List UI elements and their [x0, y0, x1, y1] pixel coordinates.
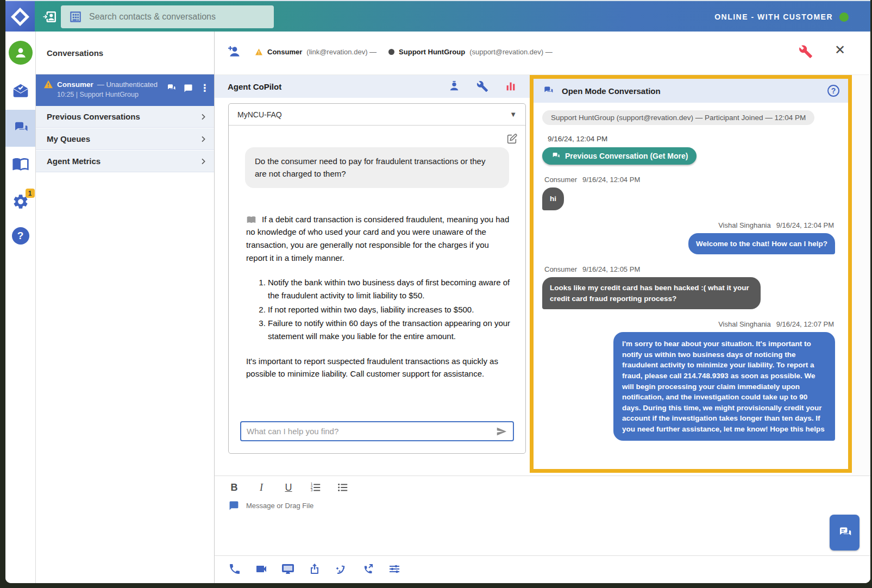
- video-icon[interactable]: [255, 562, 268, 576]
- nav-label: Previous Conversations: [47, 112, 140, 121]
- participant-consumer[interactable]: Consumer: [267, 48, 302, 56]
- chats-icon: [12, 120, 29, 136]
- sidebar-item-inbox[interactable]: [5, 83, 35, 100]
- status-label: ONLINE - WITH CUSTOMER: [714, 12, 833, 21]
- call-toolbar: [215, 555, 870, 583]
- nav-previous-conversations[interactable]: Previous Conversations: [36, 106, 214, 128]
- copilot-input[interactable]: [247, 427, 495, 436]
- participant-consumer-detail: (link@revation.dev) —: [306, 48, 377, 56]
- main-area: Consumer (link@revation.dev) — Support H…: [215, 32, 870, 583]
- dialpad-icon: [68, 10, 83, 24]
- underline-button[interactable]: U: [283, 482, 294, 493]
- knowledge-base-dropdown[interactable]: MyNCU-FAQ ▼: [229, 104, 525, 126]
- close-icon[interactable]: ✕: [835, 42, 845, 58]
- copilot-send-icon[interactable]: [495, 426, 507, 437]
- participant-support[interactable]: Support HuntGroup: [399, 48, 465, 56]
- message-input[interactable]: Message or Drag File: [228, 501, 313, 511]
- chat-bubble-icon: [228, 501, 240, 511]
- numbered-list-icon[interactable]: 1 2 3: [310, 481, 322, 493]
- phone-icon[interactable]: [228, 562, 241, 576]
- message-bubble-outbound: I'm sorry to hear about your situation. …: [613, 332, 835, 441]
- chevron-right-icon: [199, 112, 208, 121]
- conversation-auth-status: — Unauthenticated: [97, 80, 158, 89]
- dropdown-value: MyNCU-FAQ: [237, 110, 282, 119]
- search-input[interactable]: [89, 12, 266, 22]
- participant-joined-banner: Support HuntGroup (support@revation.dev)…: [542, 110, 814, 125]
- message-time: 9/16/24, 12:04 PM: [776, 221, 834, 229]
- conversation-name: Consumer: [57, 80, 93, 89]
- chevron-right-icon: [199, 135, 208, 143]
- copilot-search-box: [240, 421, 514, 441]
- message-bubble-outbound: Welcome to the chat! How can I help?: [688, 233, 835, 255]
- help-outline-icon[interactable]: ?: [827, 85, 839, 97]
- gear-icon: 1: [12, 193, 29, 210]
- open-mode-header: Open Mode Conversation ?: [534, 79, 848, 103]
- diamond-logo-icon: [11, 8, 29, 26]
- answer-list-item: If not reported within two days, liabili…: [268, 303, 512, 316]
- answer-outro: It's important to report suspected fraud…: [246, 355, 512, 380]
- add-participant-icon[interactable]: [227, 45, 243, 59]
- settings-badge: 1: [26, 189, 35, 198]
- chevron-down-icon: ▼: [510, 110, 517, 118]
- italic-button[interactable]: I: [255, 482, 267, 493]
- kebab-menu-icon[interactable]: ⋮: [200, 83, 210, 93]
- sender-name: Vishal Singhania: [718, 221, 771, 229]
- presence-status[interactable]: ONLINE - WITH CUSTOMER: [714, 1, 849, 33]
- presence-dot-icon: [388, 49, 394, 55]
- sidebar-item-conversations[interactable]: [5, 110, 35, 147]
- previous-conversation-button[interactable]: Previous Conversation (Get More): [542, 147, 697, 165]
- screen-share-icon[interactable]: [281, 562, 294, 576]
- tools-wrench-icon[interactable]: [799, 45, 813, 59]
- call-transfer-icon[interactable]: [361, 562, 374, 576]
- message-meta: Consumer 9/16/24, 12:05 PM: [544, 265, 839, 273]
- app-window: ONLINE - WITH CUSTOMER: [5, 0, 870, 583]
- chat-multiple-icon[interactable]: [166, 83, 177, 93]
- copilot-answer: If a debit card transaction is considere…: [246, 213, 512, 381]
- send-message-button[interactable]: [830, 515, 860, 551]
- conversation-messages[interactable]: Support HuntGroup (support@revation.dev)…: [534, 103, 848, 469]
- bullet-list-icon[interactable]: [337, 481, 349, 493]
- warning-triangle-icon: [43, 80, 53, 89]
- online-dot-icon: [839, 12, 849, 22]
- copilot-card: MyNCU-FAQ ▼ Do the consumer need to pay …: [228, 103, 526, 454]
- message-bubble-inbound: hi: [542, 187, 564, 210]
- message-time: 9/16/24, 12:05 PM: [582, 265, 640, 273]
- copilot-question-bubble: Do the consumer need to pay for fraudule…: [245, 147, 509, 188]
- edit-question-icon[interactable]: [506, 133, 518, 145]
- sliders-icon[interactable]: [388, 562, 401, 576]
- message-placeholder: Message or Drag File: [246, 502, 313, 510]
- search-bar[interactable]: [61, 5, 274, 28]
- message-timestamp: 9/16/24, 12:04 PM: [548, 135, 839, 143]
- previous-conversation-label: Previous Conversation (Get More): [565, 152, 688, 160]
- nav-label: My Queues: [47, 134, 90, 143]
- sidebar-item-help[interactable]: ?: [5, 227, 35, 245]
- bold-button[interactable]: B: [228, 482, 240, 493]
- metrics-chart-icon[interactable]: [505, 80, 517, 92]
- message-meta: Vishal Singhania 9/16/24, 12:04 PM: [544, 221, 839, 229]
- message-composer: B I U 1 2 3: [215, 476, 870, 555]
- copilot-wrench-icon[interactable]: [476, 80, 488, 92]
- app-logo[interactable]: [5, 1, 35, 33]
- chat-multiple-icon: [542, 85, 554, 96]
- file-share-icon[interactable]: [308, 562, 321, 576]
- avatar: [9, 41, 33, 65]
- ai-transfer-icon[interactable]: [335, 562, 348, 576]
- answer-list-item: Notify the bank within two business days…: [268, 276, 512, 302]
- kb-source-book-icon: [246, 215, 256, 224]
- answer-intro: If a debit card transaction is considere…: [246, 215, 509, 262]
- warning-triangle-icon: [255, 48, 263, 55]
- chat-bubble-icon[interactable]: [183, 84, 193, 93]
- message-bubble-inbound: Looks like my credit card has been hacke…: [542, 277, 761, 309]
- nav-my-queues[interactable]: My Queues: [36, 128, 214, 150]
- book-icon: [12, 155, 29, 172]
- add-contact-icon[interactable]: [42, 9, 60, 25]
- sidebar-item-profile[interactable]: [5, 41, 35, 65]
- sidebar-item-settings[interactable]: 1: [5, 193, 35, 210]
- conversations-title: Conversations: [36, 32, 214, 74]
- nav-agent-metrics[interactable]: Agent Metrics: [36, 151, 214, 172]
- conversation-list-item-selected[interactable]: Consumer — Unauthenticated 10:25 | Suppo…: [36, 74, 214, 106]
- sidebar-item-knowledge[interactable]: [5, 155, 35, 172]
- agent-icon[interactable]: [448, 80, 460, 92]
- open-mode-conversation-panel: Open Mode Conversation ? Support HuntGro…: [530, 75, 852, 473]
- message-time: 9/16/24, 12:07 PM: [776, 320, 834, 328]
